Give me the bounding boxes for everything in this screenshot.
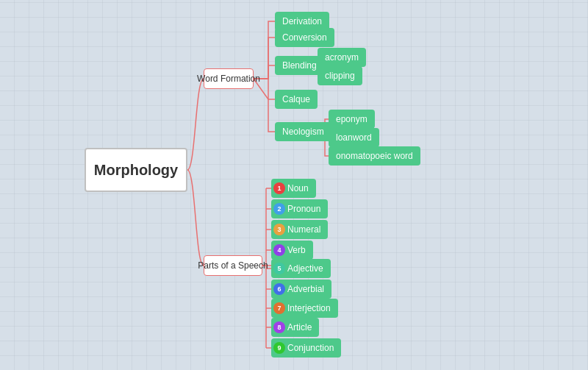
speech-conjunction: 9 Conjunction bbox=[271, 338, 341, 357]
speech-pronoun-label: Pronoun bbox=[287, 204, 320, 214]
branch-word-formation-label: Word Formation bbox=[197, 74, 260, 84]
leaf-clipping-label: clipping bbox=[325, 71, 355, 81]
speech-verb: 4 Verb bbox=[271, 241, 313, 260]
leaf-eponym: eponym bbox=[329, 110, 375, 129]
root-label: Morphology bbox=[94, 162, 178, 179]
speech-pronoun: 2 Pronoun bbox=[271, 199, 328, 218]
speech-verb-label: Verb bbox=[287, 245, 306, 255]
speech-interjection: 7 Interjection bbox=[271, 299, 338, 318]
leaf-loanword: loanword bbox=[329, 128, 379, 147]
speech-numeral-label: Numeral bbox=[287, 224, 320, 235]
speech-conjunction-label: Conjunction bbox=[287, 343, 334, 353]
leaf-derivation-label: Derivation bbox=[282, 16, 322, 26]
leaf-blending: Blending bbox=[275, 56, 324, 75]
speech-adverbial-label: Adverbial bbox=[287, 284, 324, 294]
speech-noun: 1 Noun bbox=[271, 179, 316, 198]
speech-adjective: 5 Adjective bbox=[271, 259, 331, 278]
leaf-acronym-label: acronym bbox=[325, 52, 359, 63]
leaf-conversion: Conversion bbox=[275, 28, 334, 47]
leaf-conversion-label: Conversion bbox=[282, 32, 327, 43]
leaf-onomatopoeic-label: onomatopoeic word bbox=[336, 151, 413, 161]
speech-article: 8 Article bbox=[271, 318, 319, 337]
leaf-acronym: acronym bbox=[318, 48, 366, 67]
speech-noun-label: Noun bbox=[287, 183, 309, 193]
speech-article-label: Article bbox=[287, 322, 312, 332]
branch-parts-of-speech-label: Parts of a Speech bbox=[198, 260, 268, 271]
leaf-eponym-label: eponym bbox=[336, 114, 368, 124]
leaf-neologism: Neologism bbox=[275, 122, 331, 141]
leaf-onomatopoeic: onomatopoeic word bbox=[329, 146, 420, 166]
leaf-clipping: clipping bbox=[318, 66, 362, 85]
speech-adverbial: 6 Adverbial bbox=[271, 280, 331, 299]
branch-word-formation: Word Formation bbox=[204, 68, 254, 89]
leaf-calque-label: Calque bbox=[282, 94, 310, 104]
leaf-loanword-label: loanword bbox=[336, 132, 372, 143]
leaf-neologism-label: Neologism bbox=[282, 127, 324, 137]
speech-adjective-label: Adjective bbox=[287, 263, 323, 274]
root-node: Morphology bbox=[85, 148, 187, 192]
leaf-blending-label: Blending bbox=[282, 60, 317, 71]
branch-parts-of-speech: Parts of a Speech bbox=[204, 255, 262, 276]
speech-interjection-label: Interjection bbox=[287, 303, 331, 313]
leaf-calque: Calque bbox=[275, 90, 318, 109]
speech-numeral: 3 Numeral bbox=[271, 220, 328, 239]
